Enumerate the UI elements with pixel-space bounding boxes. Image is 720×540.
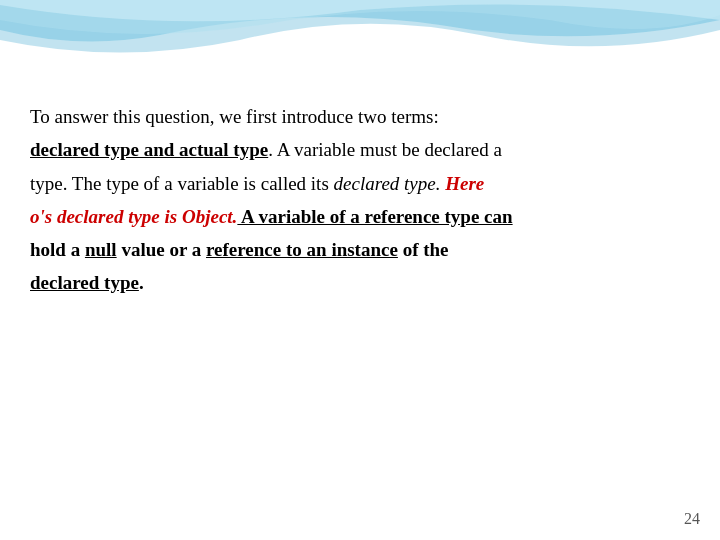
line4-plain: A variable of a reference type can [237,206,512,227]
line4-red: o's declared type is Object. [30,206,237,227]
line2-end: . A variable must be declared a [268,139,502,160]
line6-period: . [139,272,144,293]
text-block: To answer this question, we first introd… [30,100,690,300]
declared-type-italic: declared type. [334,173,441,194]
declared-type-link: declared type and actual type [30,139,268,160]
slide-container: To answer this question, we first introd… [0,0,720,540]
line1-text: To answer this question, we first introd… [30,106,439,127]
wave-header [0,0,720,80]
line5-value: value or a [117,239,206,260]
slide-number: 24 [684,510,700,528]
line5-of-the: of the [398,239,449,260]
line6-declared: declared type [30,272,139,293]
line3-text: type. The type of a variable is called i… [30,173,334,194]
line5-null: null [85,239,117,260]
main-content: To answer this question, we first introd… [0,80,720,320]
line3-here: Here [440,173,484,194]
line5-hold: hold a [30,239,85,260]
line5-reference: reference to an instance [206,239,398,260]
